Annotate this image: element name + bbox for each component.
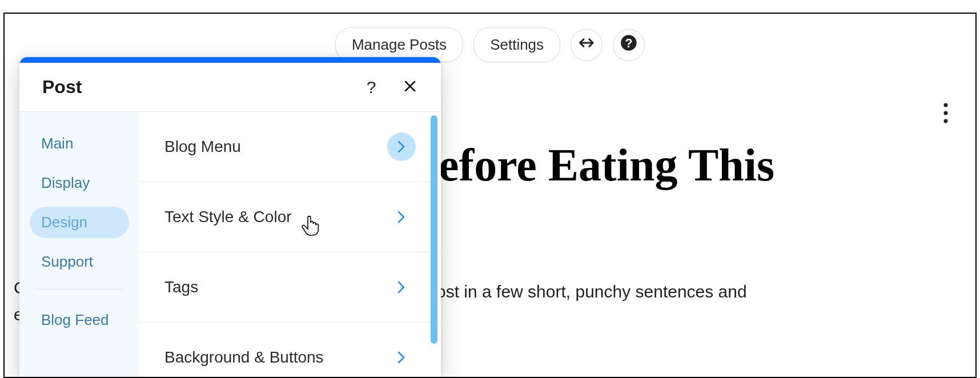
panel-body: Main Display Design Support Blog Feed Bl…	[19, 112, 441, 377]
option-text-style-color[interactable]: Text Style & Color	[139, 182, 441, 252]
panel-options: Blog Menu Text Style & Color Tags	[139, 112, 441, 377]
help-button[interactable]: ?	[613, 29, 645, 61]
option-background-buttons[interactable]: Background & Buttons	[139, 323, 441, 377]
panel-title: Post	[42, 77, 363, 98]
chevron-right-icon	[387, 273, 416, 301]
panel-close-button[interactable]	[402, 79, 418, 95]
sidebar-item-display[interactable]: Display	[30, 167, 129, 199]
stretch-icon	[578, 34, 595, 55]
help-icon: ?	[620, 34, 637, 55]
post-settings-panel: Post ? Main Display Design Support Blo	[19, 57, 441, 377]
kebab-icon	[943, 115, 948, 125]
option-blog-menu[interactable]: Blog Menu	[139, 112, 441, 182]
option-tags[interactable]: Tags	[139, 252, 441, 323]
option-label: Tags	[164, 278, 387, 296]
settings-button[interactable]: Settings	[473, 27, 560, 62]
scrollbar-thumb[interactable]	[431, 115, 437, 344]
post-title: efore Eating This	[439, 139, 774, 191]
panel-header: Post ?	[19, 63, 441, 112]
sidebar-item-blog-feed[interactable]: Blog Feed	[30, 304, 129, 336]
chevron-right-icon	[387, 203, 416, 231]
svg-point-4	[944, 119, 948, 123]
chevron-right-icon	[387, 132, 416, 161]
more-options-button[interactable]	[939, 98, 953, 130]
svg-point-2	[944, 103, 948, 107]
panel-accent-bar	[19, 57, 441, 63]
option-label: Background & Buttons	[164, 348, 387, 367]
post-body-snippet: ost in a few short, punchy sentences and	[436, 282, 747, 301]
options-scrollbar[interactable]	[431, 115, 437, 377]
stretch-button[interactable]	[571, 29, 603, 61]
sidebar-divider	[35, 289, 123, 289]
svg-point-3	[944, 111, 948, 115]
panel-help-button[interactable]: ?	[363, 79, 379, 95]
panel-sidebar: Main Display Design Support Blog Feed	[19, 112, 139, 377]
sidebar-item-support[interactable]: Support	[30, 246, 129, 278]
option-label: Text Style & Color	[164, 208, 387, 226]
close-icon	[403, 78, 417, 97]
page-frame: C e Manage Posts Settings ? efore Eating…	[3, 13, 977, 378]
question-icon: ?	[367, 78, 376, 97]
chevron-right-icon	[387, 343, 416, 372]
option-label: Blog Menu	[164, 138, 387, 156]
sidebar-item-design[interactable]: Design	[30, 207, 129, 238]
svg-text:?: ?	[625, 37, 633, 50]
sidebar-item-main[interactable]: Main	[30, 128, 129, 159]
